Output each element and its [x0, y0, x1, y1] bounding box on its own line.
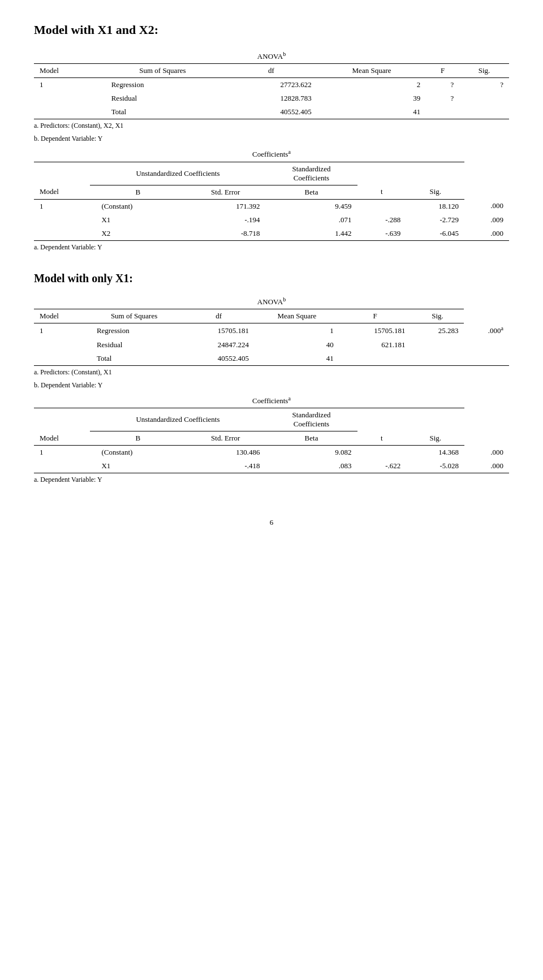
unstd-coeff-header: Unstandardized Coefficients — [90, 162, 265, 185]
model1-coeff-section: Coefficientsa Unstandardized Coefficient… — [34, 149, 509, 251]
table-row: 1 (Constant) 130.486 9.082 14.368 .000 — [34, 446, 509, 460]
col-header-sum-sq: Sum of Squares — [100, 64, 225, 78]
model2-anova-title: ANOVAb — [34, 296, 509, 306]
model2-anova-footnote-a: a. Predictors: (Constant), X1 — [34, 368, 509, 377]
std-coeff-header: StandardizedCoefficients — [265, 162, 357, 185]
model1-anova-footnote-b: b. Dependent Variable: Y — [34, 135, 509, 143]
model2-coeff-table: Unstandardized Coefficients Standardized… — [34, 408, 509, 473]
page-title-1: Model with X1 and X2: — [34, 23, 509, 37]
model1-anova-table: Model Sum of Squares df Mean Square F Si… — [34, 63, 509, 119]
model1-coeff-title: Coefficientsa — [34, 149, 509, 159]
table-row: 1 Regression 27723.622 2 ? ? — [34, 78, 509, 92]
model2-coeff-section: Coefficientsa Unstandardized Coefficient… — [34, 395, 509, 484]
table-row: X1 -.418 .083 -.622 -5.028 .000 — [34, 459, 509, 473]
model1-anova-footnote-a: a. Predictors: (Constant), X2, X1 — [34, 122, 509, 130]
col-header-f: F — [426, 64, 459, 78]
col-header-sig: Sig. — [459, 64, 509, 78]
model2-coeff-footnote-a: a. Dependent Variable: Y — [34, 476, 509, 484]
table-row: Total 40552.405 41 — [34, 352, 509, 366]
model2-anova-section: ANOVAb Model Sum of Squares df Mean Squa… — [34, 296, 509, 390]
table-row: 1 Regression 15705.181 1 15705.181 25.28… — [34, 323, 509, 338]
table-row: Residual 12828.783 39 ? — [34, 92, 509, 105]
col-header-df: df — [225, 64, 317, 78]
model1-coeff-footnote-a: a. Dependent Variable: Y — [34, 243, 509, 252]
table-row: Total 40552.405 41 — [34, 105, 509, 119]
col-header-model: Model — [34, 64, 100, 78]
model2-anova-footnote-b: b. Dependent Variable: Y — [34, 381, 509, 390]
model1-anova-section: ANOVAb Model Sum of Squares df Mean Squa… — [34, 51, 509, 143]
page-title-2: Model with only X1: — [34, 272, 509, 285]
table-row: Residual 24847.224 40 621.181 — [34, 338, 509, 352]
page-number: 6 — [34, 518, 509, 527]
table-row: 1 (Constant) 171.392 9.459 18.120 .000 — [34, 199, 509, 213]
model2-anova-table: Model Sum of Squares df Mean Square F Si… — [34, 309, 509, 366]
col-header-mean-sq: Mean Square — [317, 64, 426, 78]
unstd-coeff-header-2: Unstandardized Coefficients — [90, 408, 265, 431]
table-row: X2 -8.718 1.442 -.639 -6.045 .000 — [34, 227, 509, 241]
std-coeff-header-2: StandardizedCoefficients — [265, 408, 357, 431]
model2-coeff-title: Coefficientsa — [34, 395, 509, 405]
model1-coeff-table: Unstandardized Coefficients Standardized… — [34, 162, 509, 241]
table-row: X1 -.194 .071 -.288 -2.729 .009 — [34, 213, 509, 227]
model1-anova-title: ANOVAb — [34, 51, 509, 61]
